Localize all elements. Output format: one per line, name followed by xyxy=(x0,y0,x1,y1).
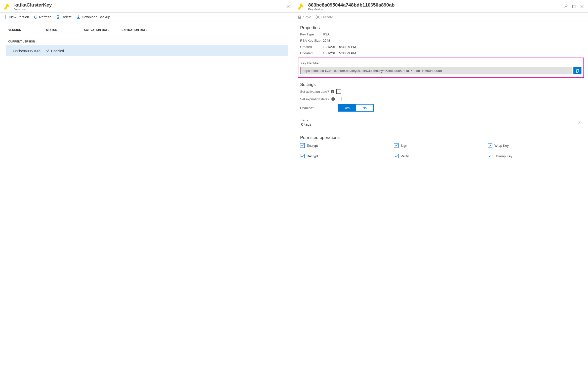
left-subtitle: Versions xyxy=(14,8,286,11)
right-content: Properties Key TypeRSA RSA Key Size2048 … xyxy=(294,22,588,382)
new-version-label: New Version xyxy=(9,15,29,19)
table-header: VERSION STATUS ACTIVATION DATE EXPIRATIO… xyxy=(6,25,288,34)
op-verify[interactable]: Verify xyxy=(394,154,488,158)
discard-label: Discard xyxy=(321,15,333,19)
left-title: kafkaClusterKey xyxy=(14,2,286,8)
enabled-no[interactable]: No xyxy=(356,105,373,111)
op-label: Sign xyxy=(401,144,407,148)
separator xyxy=(300,115,582,115)
right-title: 863bc8a095044a748bdb110650a890ab xyxy=(308,2,564,8)
col-status: STATUS xyxy=(46,28,84,31)
expiration-date-row: Set expiration date? i xyxy=(300,97,582,101)
row-version: 863bc8a095044a… xyxy=(13,49,46,53)
updated-label: Updated xyxy=(300,51,323,55)
svg-rect-0 xyxy=(573,5,575,8)
row-status: Enabled xyxy=(46,49,84,53)
pin-icon[interactable] xyxy=(564,4,568,9)
copy-button[interactable] xyxy=(573,67,581,74)
key-size-value: 2048 xyxy=(323,39,330,42)
settings-heading: Settings xyxy=(300,82,582,87)
enabled-label: Enabled? xyxy=(300,106,338,110)
expiration-date-label: Set expiration date? xyxy=(300,97,329,101)
key-type-value: RSA xyxy=(323,32,330,36)
op-label: Encrypt xyxy=(307,144,318,148)
info-icon[interactable]: i xyxy=(331,90,334,93)
save-label: Save xyxy=(303,15,311,19)
checkbox-icon xyxy=(394,154,399,158)
enabled-row: Enabled? Yes No xyxy=(300,104,582,112)
op-label: Wrap Key xyxy=(494,144,509,148)
download-backup-button[interactable]: Download Backup xyxy=(76,15,110,19)
checkbox-icon xyxy=(300,154,305,158)
op-unwrap[interactable]: Unwrap Key xyxy=(488,154,582,158)
key-type-label: Key Type xyxy=(300,32,323,36)
key-identifier-input[interactable] xyxy=(300,67,572,74)
checkbox-icon xyxy=(488,143,492,148)
maximize-icon[interactable] xyxy=(572,4,576,9)
ops-grid: Encrypt Sign Wrap Key Decrypt Verify Unw… xyxy=(300,143,582,158)
col-activation: ACTIVATION DATE xyxy=(84,28,122,31)
refresh-button[interactable]: Refresh xyxy=(34,15,52,19)
expiration-checkbox[interactable] xyxy=(337,97,341,101)
enabled-yes[interactable]: Yes xyxy=(338,105,356,111)
discard-button[interactable]: Discard xyxy=(316,15,333,19)
op-label: Verify xyxy=(401,154,409,158)
op-decrypt[interactable]: Decrypt xyxy=(300,154,394,158)
key-size-label: RSA Key Size xyxy=(300,39,323,42)
tags-label: Tags xyxy=(301,118,311,122)
checkbox-icon xyxy=(488,154,492,158)
op-wrap[interactable]: Wrap Key xyxy=(488,143,582,148)
created-value: 10/1/2018, 5:30:29 PM xyxy=(323,45,356,49)
versions-pane: kafkaClusterKey Versions New Version Ref… xyxy=(0,0,294,382)
properties-heading: Properties xyxy=(300,25,582,30)
op-sign[interactable]: Sign xyxy=(394,143,488,148)
chevron-right-icon xyxy=(577,120,581,125)
right-toolbar: Save Discard xyxy=(294,13,588,22)
save-icon xyxy=(298,15,302,19)
key-icon xyxy=(298,3,305,10)
versions-table: VERSION STATUS ACTIVATION DATE EXPIRATIO… xyxy=(0,22,294,382)
refresh-label: Refresh xyxy=(39,15,52,19)
trash-icon xyxy=(56,15,60,19)
activation-checkbox[interactable] xyxy=(336,89,341,94)
table-row[interactable]: 863bc8a095044a… Enabled xyxy=(6,45,288,56)
right-subtitle: Key Version xyxy=(308,8,564,11)
save-button[interactable]: Save xyxy=(298,15,311,19)
col-version: VERSION xyxy=(8,28,46,31)
download-label: Download Backup xyxy=(82,15,110,19)
left-header: kafkaClusterKey Versions xyxy=(0,0,294,13)
key-identifier-highlight: Key Identifier xyxy=(298,58,584,78)
info-icon[interactable]: i xyxy=(331,97,335,101)
key-version-pane: 863bc8a095044a748bdb110650a890ab Key Ver… xyxy=(294,0,588,382)
checkbox-icon xyxy=(394,143,399,148)
discard-icon xyxy=(316,15,320,19)
new-version-button[interactable]: New Version xyxy=(4,15,29,19)
tags-row[interactable]: Tags 0 tags xyxy=(300,118,582,126)
current-version-group: CURRENT VERSION xyxy=(6,34,288,45)
delete-button[interactable]: Delete xyxy=(56,15,72,19)
refresh-icon xyxy=(34,15,38,19)
close-icon[interactable] xyxy=(286,4,290,9)
checkbox-icon xyxy=(300,143,305,148)
enabled-toggle: Yes No xyxy=(338,104,374,112)
key-identifier-label: Key Identifier xyxy=(300,61,581,65)
op-label: Decrypt xyxy=(307,154,318,158)
permitted-ops-heading: Permitted operations xyxy=(300,135,582,140)
activation-date-row: Set activation date? i xyxy=(300,89,582,94)
left-toolbar: New Version Refresh Delete Download Back… xyxy=(0,13,294,22)
created-label: Created xyxy=(300,45,323,49)
close-icon[interactable] xyxy=(580,4,584,9)
key-icon xyxy=(4,3,11,10)
right-header: 863bc8a095044a748bdb110650a890ab Key Ver… xyxy=(294,0,588,13)
separator xyxy=(300,132,582,132)
op-label: Unwrap Key xyxy=(494,154,512,158)
col-expiration: EXPIRATION DATE xyxy=(122,28,286,31)
row-status-label: Enabled xyxy=(51,49,64,53)
download-icon xyxy=(76,15,80,19)
delete-label: Delete xyxy=(62,15,72,19)
activation-date-label: Set activation date? xyxy=(300,90,329,93)
updated-value: 10/1/2018, 5:30:29 PM xyxy=(323,51,356,55)
check-icon xyxy=(46,49,50,53)
tags-count: 0 tags xyxy=(301,122,311,126)
op-encrypt[interactable]: Encrypt xyxy=(300,143,394,148)
